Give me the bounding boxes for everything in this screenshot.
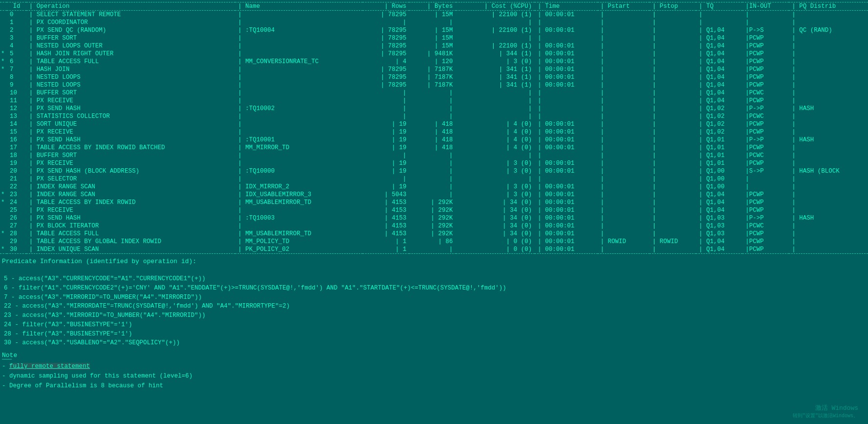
row-time: | — [535, 112, 597, 120]
row-rows: | 78295 — [363, 73, 409, 81]
row-cost: | 3 (0) — [456, 183, 535, 191]
col-pstop: | Pstop — [650, 2, 696, 11]
row-operation: | STATISTICS COLLECTOR — [26, 112, 235, 120]
row-cost: | — [456, 175, 535, 183]
watermark-line1: 激活 Windows — [793, 403, 858, 412]
row-rows: | 4153 — [363, 214, 409, 222]
row-time: | 00:00:01 — [535, 50, 597, 58]
row-pstart: | — [598, 11, 650, 19]
main-container: Id | Operation | Name | Rows | Bytes | C… — [0, 0, 868, 395]
row-id: 12 — [7, 105, 26, 112]
row-inout: | — [742, 183, 789, 191]
note-line: - Degree of Parallelism is 8 because of … — [2, 381, 866, 391]
predicate-line: 6 - filter("A1"."CURRENCYCODE2"(+)='CNY'… — [2, 284, 866, 293]
row-operation: | PX SEND HASH — [26, 136, 235, 144]
row-operation: | INDEX RANGE SCAN — [26, 183, 235, 191]
row-pqdistrib: | — [789, 19, 868, 26]
row-pqdistrib: | — [789, 66, 868, 73]
row-id: 13 — [7, 112, 26, 120]
row-star — [0, 105, 7, 112]
table-row: *6| TABLE ACCESS FULL| MM_CONVERSIONRATE… — [0, 58, 868, 66]
table-row: 4| NESTED LOOPS OUTER| | 78295| 15M| 221… — [0, 42, 868, 50]
row-inout: |PCWP — [742, 42, 789, 50]
row-pstart: | — [598, 245, 650, 254]
row-operation: | NESTED LOOPS — [26, 81, 235, 89]
row-pqdistrib: | — [789, 183, 868, 191]
row-inout: |PCWP — [742, 144, 789, 152]
row-bytes: | — [409, 191, 456, 199]
table-row: 3| BUFFER SORT| | 78295| 15M| | | | | Q1… — [0, 34, 868, 42]
row-pqdistrib: | — [789, 97, 868, 105]
row-name: | :TQ10004 — [235, 26, 363, 34]
row-star — [0, 42, 7, 50]
row-operation: | TABLE ACCESS FULL — [26, 58, 235, 66]
predicate-line: 22 - access("A3"."MIRRORDATE"=TRUNC(SYSD… — [2, 302, 866, 311]
row-bytes: | — [409, 97, 456, 105]
row-tq: | Q1,01 — [696, 152, 742, 159]
row-inout: |PCWC — [742, 112, 789, 120]
row-bytes: | 86 — [409, 238, 456, 245]
row-operation: | NESTED LOOPS — [26, 73, 235, 81]
row-operation: | TABLE ACCESS BY INDEX ROWID BATCHED — [26, 144, 235, 152]
row-cost: | 34 (0) — [456, 199, 535, 206]
table-row: 18| BUFFER SORT| | | | | | | | Q1,01|PCW… — [0, 152, 868, 159]
row-rows: | 19 — [363, 167, 409, 175]
row-id: 11 — [7, 97, 26, 105]
row-id: 10 — [7, 89, 26, 97]
row-name: | — [235, 81, 363, 89]
row-tq: | Q1,00 — [696, 167, 742, 175]
row-operation: | TABLE ACCESS BY GLOBAL INDEX ROWID — [26, 238, 235, 245]
table-row: 0| SELECT STATEMENT REMOTE| | 78295| 15M… — [0, 11, 868, 19]
row-cost: | 4 (0) — [456, 136, 535, 144]
row-time: | 00:00:01 — [535, 136, 597, 144]
row-tq: | Q1,04 — [696, 238, 742, 245]
row-bytes: | 292K — [409, 222, 456, 230]
row-bytes: | 7187K — [409, 81, 456, 89]
row-cost: | 3 (0) — [456, 159, 535, 167]
row-id: 6 — [7, 58, 26, 66]
col-bytes: | Bytes — [409, 2, 456, 11]
row-pstop: | — [650, 206, 696, 214]
row-star — [0, 152, 7, 159]
execution-plan-table: Id | Operation | Name | Rows | Bytes | C… — [0, 2, 868, 254]
row-time: | 00:00:01 — [535, 222, 597, 230]
row-tq: | Q1,04 — [696, 206, 742, 214]
row-inout: |PCWP — [742, 120, 789, 128]
col-operation: | Operation — [26, 2, 235, 11]
row-star — [0, 167, 7, 175]
row-name: | — [235, 50, 363, 58]
row-star — [0, 136, 7, 144]
table-row: 19| PX RECEIVE| | 19| | 3 (0)| 00:00:01|… — [0, 159, 868, 167]
row-tq: | Q1,03 — [696, 222, 742, 230]
row-time: | 00:00:01 — [535, 167, 597, 175]
row-pstart: | — [598, 136, 650, 144]
row-star — [0, 159, 7, 167]
row-cost: | 3 (0) — [456, 191, 535, 199]
row-time: | 00:00:01 — [535, 238, 597, 245]
row-id: 4 — [7, 42, 26, 50]
row-star — [0, 144, 7, 152]
col-star — [0, 2, 7, 11]
row-bytes: | — [409, 245, 456, 254]
row-time: | 00:00:01 — [535, 183, 597, 191]
row-pstop: | — [650, 120, 696, 128]
row-pstart: | — [598, 50, 650, 58]
row-name: | — [235, 19, 363, 26]
row-star — [0, 19, 7, 26]
row-rows: | — [363, 152, 409, 159]
row-pstart: | — [598, 191, 650, 199]
row-name: | — [235, 112, 363, 120]
note-title: Note — [2, 352, 866, 359]
row-time: | — [535, 34, 597, 42]
row-star — [0, 89, 7, 97]
row-pqdistrib: | HASH — [789, 136, 868, 144]
row-bytes: | 418 — [409, 144, 456, 152]
row-pstart: | — [598, 97, 650, 105]
row-id: 0 — [7, 11, 26, 19]
note-section: Note - fully remote statement- dynamic s… — [0, 350, 868, 393]
row-operation: | HASH JOIN RIGHT OUTER — [26, 50, 235, 58]
row-pstart: | — [598, 167, 650, 175]
row-pstop: | — [650, 73, 696, 81]
row-pstop: | — [650, 144, 696, 152]
row-bytes: | — [409, 152, 456, 159]
